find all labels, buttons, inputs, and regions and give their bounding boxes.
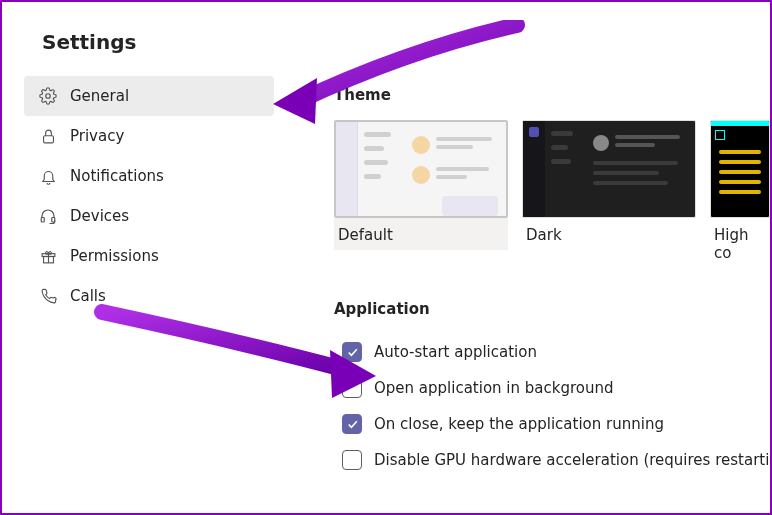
- option-label: Open application in background: [374, 379, 614, 397]
- headset-icon: [38, 206, 58, 226]
- settings-sidebar: General Privacy Notifications Devices Pe: [24, 72, 274, 478]
- sidebar-item-calls[interactable]: Calls: [24, 276, 274, 316]
- sidebar-item-devices[interactable]: Devices: [24, 196, 274, 236]
- sidebar-item-label: Notifications: [70, 167, 164, 185]
- theme-label: Default: [334, 218, 508, 250]
- option-open-background[interactable]: Open application in background: [342, 370, 772, 406]
- sidebar-item-notifications[interactable]: Notifications: [24, 156, 274, 196]
- option-label: Auto-start application: [374, 343, 537, 361]
- sidebar-item-label: Calls: [70, 287, 106, 305]
- theme-label: Dark: [522, 218, 696, 244]
- checkbox-unchecked-icon[interactable]: [342, 378, 362, 398]
- checkbox-checked-icon[interactable]: [342, 342, 362, 362]
- option-keep-running[interactable]: On close, keep the application running: [342, 406, 772, 442]
- theme-heading: Theme: [334, 86, 772, 104]
- sidebar-item-general[interactable]: General: [24, 76, 274, 116]
- sidebar-item-privacy[interactable]: Privacy: [24, 116, 274, 156]
- application-heading: Application: [334, 300, 772, 318]
- lock-icon: [38, 126, 58, 146]
- theme-preview: [710, 120, 770, 218]
- gift-icon: [38, 246, 58, 266]
- theme-label: High co: [710, 218, 770, 262]
- theme-preview: [522, 120, 696, 218]
- theme-option-default[interactable]: Default: [334, 120, 508, 262]
- option-disable-gpu[interactable]: Disable GPU hardware acceleration (requi…: [342, 442, 772, 478]
- bell-icon: [38, 166, 58, 186]
- svg-rect-1: [43, 135, 53, 142]
- theme-option-dark[interactable]: Dark: [522, 120, 696, 262]
- sidebar-item-label: Devices: [70, 207, 129, 225]
- theme-preview: [334, 120, 508, 218]
- option-label: Disable GPU hardware acceleration (requi…: [374, 451, 772, 469]
- sidebar-item-label: Privacy: [70, 127, 124, 145]
- option-auto-start[interactable]: Auto-start application: [342, 334, 772, 370]
- theme-options: Default: [334, 120, 772, 262]
- sidebar-item-permissions[interactable]: Permissions: [24, 236, 274, 276]
- page-title: Settings: [2, 2, 770, 72]
- checkbox-checked-icon[interactable]: [342, 414, 362, 434]
- svg-point-0: [46, 94, 51, 99]
- gear-icon: [38, 86, 58, 106]
- option-label: On close, keep the application running: [374, 415, 664, 433]
- sidebar-item-label: General: [70, 87, 129, 105]
- theme-option-high-contrast[interactable]: High co: [710, 120, 770, 262]
- phone-icon: [38, 286, 58, 306]
- sidebar-item-label: Permissions: [70, 247, 159, 265]
- svg-rect-2: [41, 218, 44, 223]
- checkbox-unchecked-icon[interactable]: [342, 450, 362, 470]
